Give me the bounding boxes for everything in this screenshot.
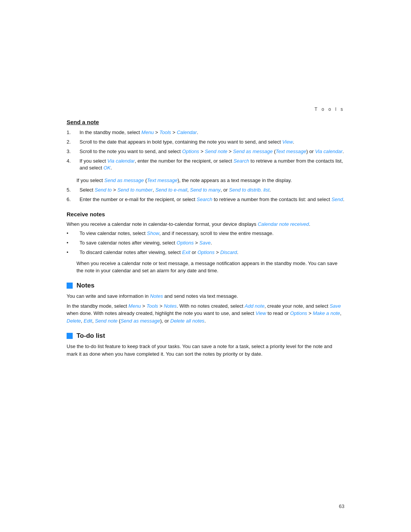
save-link2: Save bbox=[330, 303, 341, 309]
show-link: Show bbox=[147, 230, 159, 236]
receive-notes-subtext: When you receive a calendar note or text… bbox=[76, 260, 344, 275]
notes-heading: Notes bbox=[67, 282, 344, 289]
tools-link2: Tools bbox=[147, 303, 158, 309]
send-to-many-link: Send to many bbox=[190, 187, 220, 193]
list-item: If you select Via calendar, enter the nu… bbox=[67, 158, 344, 172]
options-link3: Options bbox=[198, 249, 215, 255]
list-item: Enter the number or e-mail for the recip… bbox=[67, 196, 344, 203]
add-note-link: Add note bbox=[245, 303, 264, 309]
search-link: Search bbox=[233, 158, 249, 164]
list-content: Scroll to the date that appears in bold … bbox=[80, 139, 294, 146]
send-a-note-list-cont: Select Send to > Send to number, Send to… bbox=[67, 187, 344, 203]
list-item: In the standby mode, select Menu > Tools… bbox=[67, 129, 344, 136]
view-link: View bbox=[282, 139, 293, 145]
page-number: 63 bbox=[339, 503, 344, 509]
menu-link2: Menu bbox=[129, 303, 141, 309]
send-a-note-list: In the standby mode, select Menu > Tools… bbox=[67, 129, 344, 172]
todo-heading: To-do list bbox=[67, 332, 344, 340]
tools-link: Tools bbox=[159, 129, 171, 135]
list-content: To view calendar notes, select Show, and… bbox=[80, 230, 274, 237]
todo-para: Use the to-do list feature to keep track… bbox=[67, 343, 344, 358]
list-item: To save calendar notes after viewing, se… bbox=[67, 240, 344, 247]
todo-section: To-do list Use the to-do list feature to… bbox=[67, 332, 344, 358]
text-msg-link2: Text message bbox=[147, 177, 177, 183]
send-to-number-link: Send to number bbox=[117, 187, 153, 193]
receive-notes-list: To view calendar notes, select Show, and… bbox=[67, 230, 344, 256]
via-calendar-link: Via calendar bbox=[315, 149, 342, 154]
send-note-link: Send note bbox=[205, 149, 227, 154]
options-link: Options bbox=[182, 149, 199, 154]
content-area: T o o l s Send a note In the standby mod… bbox=[0, 0, 411, 396]
notes-blue-square bbox=[67, 283, 73, 289]
receive-notes-intro: When you receive a calendar note in cale… bbox=[67, 220, 344, 228]
make-a-note-link: Make a note bbox=[313, 310, 340, 316]
search-link2: Search bbox=[197, 197, 212, 202]
page: T o o l s Send a note In the standby mod… bbox=[0, 0, 411, 532]
notes-para2: In the standby mode, select Menu > Tools… bbox=[67, 302, 344, 325]
list-item: To discard calendar notes after viewing,… bbox=[67, 249, 344, 256]
list-item: Scroll to the note you want to send, and… bbox=[67, 148, 344, 155]
tools-header: T o o l s bbox=[67, 107, 344, 112]
edit-link: Edit bbox=[84, 318, 92, 324]
calendar-note-received-link: Calendar note received bbox=[258, 221, 309, 227]
send-as-msg-link: Send as message bbox=[104, 177, 144, 183]
send-a-note-heading: Send a note bbox=[67, 119, 344, 125]
send-to-distrib-link: Send to distrib. list bbox=[229, 187, 269, 193]
step4-subtext: If you select Send as message (Text mess… bbox=[76, 177, 344, 184]
delete-link: Delete bbox=[67, 318, 81, 324]
notes-heading-text: Notes bbox=[76, 282, 94, 289]
send-to-email-link: Send to e-mail bbox=[155, 187, 187, 193]
list-item: Select Send to > Send to number, Send to… bbox=[67, 187, 344, 194]
send-a-note-section: Send a note In the standby mode, select … bbox=[67, 119, 344, 203]
send-as-message-link: Send as message bbox=[233, 149, 272, 154]
delete-all-notes-link: Delete all notes bbox=[170, 318, 205, 324]
discard-link: Discard bbox=[220, 249, 237, 255]
notes-link: Notes bbox=[150, 293, 163, 299]
list-item: To view calendar notes, select Show, and… bbox=[67, 230, 344, 237]
ok-link: OK bbox=[104, 165, 111, 171]
send-to-link: Send to bbox=[95, 187, 112, 193]
send-link: Send bbox=[331, 197, 343, 202]
list-item: Scroll to the date that appears in bold … bbox=[67, 139, 344, 146]
list-content: If you select Via calendar, enter the nu… bbox=[80, 158, 344, 172]
notes-link2: Notes bbox=[164, 303, 177, 309]
exit-link: Exit bbox=[182, 249, 191, 255]
receive-notes-section: Receive notes When you receive a calenda… bbox=[67, 211, 344, 275]
notes-section: Notes You can write and save information… bbox=[67, 282, 344, 324]
send-note-link2: Send note bbox=[95, 318, 117, 324]
list-content: In the standby mode, select Menu > Tools… bbox=[80, 129, 198, 136]
todo-blue-square bbox=[67, 333, 73, 339]
notes-para1: You can write and save information in No… bbox=[67, 292, 344, 300]
save-link: Save bbox=[199, 240, 211, 246]
todo-heading-text: To-do list bbox=[76, 332, 105, 340]
list-content: Scroll to the note you want to send, and… bbox=[80, 148, 344, 155]
text-message-link: Text message bbox=[276, 149, 306, 154]
list-content: Select Send to > Send to number, Send to… bbox=[80, 187, 271, 194]
options-link2: Options bbox=[177, 240, 194, 246]
via-calendar-link2: Via calendar bbox=[107, 158, 135, 164]
calendar-link: Calendar bbox=[177, 129, 197, 135]
options-link4: Options bbox=[290, 310, 307, 316]
view-link2: View bbox=[255, 310, 266, 316]
menu-link: Menu bbox=[142, 129, 154, 135]
receive-notes-heading: Receive notes bbox=[67, 211, 344, 217]
list-content: To discard calendar notes after viewing,… bbox=[80, 249, 238, 256]
list-content: To save calendar notes after viewing, se… bbox=[80, 240, 212, 247]
list-content: Enter the number or e-mail for the recip… bbox=[80, 196, 344, 203]
send-as-message-link2: Send as message bbox=[121, 318, 160, 324]
